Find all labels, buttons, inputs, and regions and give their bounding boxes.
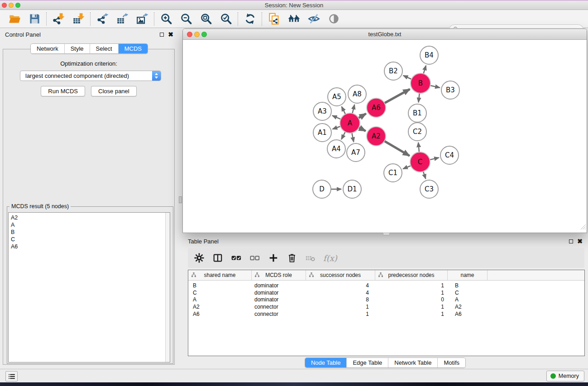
network-canvas[interactable]: AA1A2A3A4A5A6A7A8BB1B2B3B4CC1C2C3C4DD1 xyxy=(183,40,587,232)
zoom-in-button[interactable] xyxy=(158,12,174,26)
tab-motifs[interactable]: Motifs xyxy=(437,358,465,367)
run-mcds-button[interactable]: Run MCDS xyxy=(41,86,85,96)
graph-node-C1[interactable]: C1 xyxy=(384,164,402,182)
tab-mcds[interactable]: MCDS xyxy=(118,44,148,53)
open-session-button[interactable] xyxy=(7,12,22,26)
result-list-scrollbar[interactable] xyxy=(165,213,170,362)
table-settings-icon xyxy=(194,253,204,263)
select-all-columns-button[interactable] xyxy=(230,252,242,264)
svg-text:B: B xyxy=(418,79,423,87)
column-header-name[interactable]: name xyxy=(448,270,488,280)
show-columns-button[interactable] xyxy=(212,252,224,264)
table-settings-button[interactable] xyxy=(193,252,205,264)
graph-node-A7[interactable]: A7 xyxy=(347,143,365,162)
table-panel-close-icon[interactable]: ✖ xyxy=(577,238,583,244)
hide-panels-button[interactable] xyxy=(306,12,321,26)
tab-network[interactable]: Network xyxy=(31,44,64,53)
table-cell: connector xyxy=(252,311,306,317)
table-cell: C xyxy=(448,290,488,296)
graph-node-A6[interactable]: A6 xyxy=(367,98,386,117)
table-row[interactable]: Cdominator41C xyxy=(188,289,584,296)
graph-node-A5[interactable]: A5 xyxy=(328,88,346,106)
table-row[interactable]: A2connector11A2 xyxy=(188,303,584,310)
optimization-criterion-select[interactable]: largest connected component (directed) xyxy=(20,71,161,81)
open-session-icon xyxy=(9,13,21,25)
svg-text:B1: B1 xyxy=(413,109,422,117)
graph-node-D[interactable]: D xyxy=(313,180,331,198)
table-cell: A xyxy=(188,296,252,303)
control-panel-float-icon[interactable] xyxy=(160,33,164,37)
refresh-layout-button[interactable] xyxy=(242,12,258,26)
graph-node-A2[interactable]: A2 xyxy=(367,127,386,146)
column-header-predecessor-nodes[interactable]: predecessor nodes xyxy=(375,270,448,280)
table-cell: A2 xyxy=(448,304,488,310)
zoom-fit-icon xyxy=(200,13,212,25)
control-panel-close-icon[interactable]: ✖ xyxy=(168,31,173,38)
graph-node-A8[interactable]: A8 xyxy=(348,85,366,103)
clone-network-button[interactable] xyxy=(266,12,282,26)
column-header-shared-name[interactable]: shared name xyxy=(188,270,252,280)
control-panel-title: Control Panel xyxy=(5,31,41,38)
tab-edge-table[interactable]: Edge Table xyxy=(346,358,388,367)
mcds-result-item: A6 xyxy=(11,243,167,250)
svg-text:A3: A3 xyxy=(318,107,327,115)
table-cell: 4 xyxy=(306,282,375,289)
table-panel-float-icon[interactable] xyxy=(569,239,573,243)
zoom-out-button[interactable] xyxy=(178,12,194,26)
show-panels-icon xyxy=(328,13,340,25)
import-network-button[interactable] xyxy=(51,12,66,26)
mcds-result-item: B xyxy=(11,229,167,236)
graph-node-C3[interactable]: C3 xyxy=(420,180,438,198)
table-toolbar: f(x) xyxy=(188,248,584,268)
save-session-button[interactable] xyxy=(27,12,42,26)
graph-node-A3[interactable]: A3 xyxy=(313,102,331,120)
app-titlebar: Session: New Session xyxy=(0,1,588,10)
table-row[interactable]: Bdominator41B xyxy=(188,282,584,289)
table-row[interactable]: Adominator80A xyxy=(188,296,584,303)
graph-node-D1[interactable]: D1 xyxy=(343,180,361,198)
graph-node-B1[interactable]: B1 xyxy=(408,104,426,122)
create-column-button[interactable] xyxy=(268,252,279,264)
graph-node-B[interactable]: B xyxy=(411,73,430,93)
home-button[interactable] xyxy=(286,12,301,26)
function-builder-button[interactable]: f(x) xyxy=(323,253,337,263)
column-header-MCDS-role[interactable]: MCDS role xyxy=(252,270,306,280)
tab-select[interactable]: Select xyxy=(90,44,118,53)
table-cell: A6 xyxy=(188,311,252,317)
vertical-splitter-handle[interactable] xyxy=(179,196,182,203)
mcds-result-group: MCDS result (5 nodes) A2ABCA6 xyxy=(7,206,173,364)
tab-network-table[interactable]: Network Table xyxy=(388,358,437,367)
memory-button[interactable]: Memory xyxy=(546,371,584,381)
export-network-button[interactable] xyxy=(95,12,110,26)
import-table-button[interactable] xyxy=(71,12,86,26)
deselect-all-columns-button[interactable] xyxy=(249,252,261,264)
mcds-result-item: C xyxy=(11,236,167,243)
graph-node-A4[interactable]: A4 xyxy=(327,140,345,158)
graph-node-C[interactable]: C xyxy=(410,152,430,172)
graph-node-B4[interactable]: B4 xyxy=(420,46,438,64)
tab-node-table[interactable]: Node Table xyxy=(305,358,347,367)
task-history-button[interactable] xyxy=(5,371,18,381)
graph-node-A[interactable]: A xyxy=(340,113,360,133)
list-icon xyxy=(8,372,16,381)
graph-node-C4[interactable]: C4 xyxy=(440,146,459,164)
graph-node-C2[interactable]: C2 xyxy=(408,123,426,141)
svg-text:C4: C4 xyxy=(445,151,454,159)
graph-node-B2[interactable]: B2 xyxy=(384,62,402,80)
zoom-selected-button[interactable] xyxy=(218,12,234,26)
window-resize-grip[interactable] xyxy=(580,224,586,232)
table-cell: 1 xyxy=(375,304,448,310)
close-panel-button[interactable]: Close panel xyxy=(91,86,137,96)
svg-text:A6: A6 xyxy=(372,104,381,112)
graph-node-A1[interactable]: A1 xyxy=(313,124,331,142)
graph-node-B3[interactable]: B3 xyxy=(441,81,459,99)
column-header-successor-nodes[interactable]: successor nodes xyxy=(306,270,375,280)
export-image-button[interactable] xyxy=(134,12,150,26)
delete-table-button[interactable] xyxy=(305,252,316,264)
zoom-fit-button[interactable] xyxy=(198,12,214,26)
table-row[interactable]: A6connector11A6 xyxy=(188,310,584,318)
export-table-button[interactable] xyxy=(115,12,130,26)
delete-column-button[interactable] xyxy=(286,252,298,264)
tab-style[interactable]: Style xyxy=(64,44,90,53)
show-panels-button[interactable] xyxy=(326,12,341,26)
